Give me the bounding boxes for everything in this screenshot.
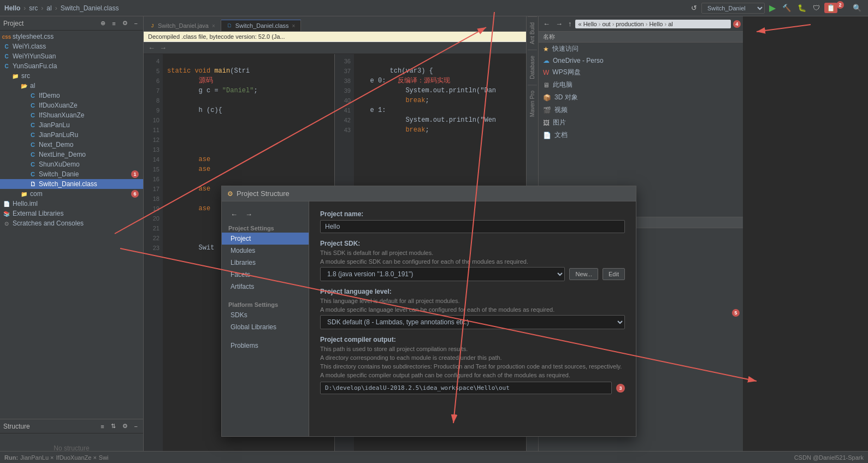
tree-item-switchdanie[interactable]: C Switch_Danie 1 [0,169,143,179]
nav-libraries[interactable]: Libraries [222,257,309,269]
structure-collapse-button[interactable]: ⇅ [109,422,118,431]
tree-item-scratches[interactable]: ⊙ Scratches and Consoles [0,218,143,228]
tree-item-switch-daniel-class[interactable]: 🗋 Switch_Daniel.class [0,179,143,189]
tree-item-src[interactable]: 📁 src [0,71,143,81]
status-bar: Run: JianPanLu × IfDuoXuanZe × Swi CSDN … [0,451,868,463]
debug-button[interactable]: 🐛 [795,3,808,13]
tree-item-al[interactable]: 📂 al [0,81,143,91]
nav-artifacts[interactable]: Artifacts [222,281,309,293]
tree-item-jianpanlu[interactable]: C JianPanLu [0,120,143,130]
qa-item-5[interactable]: 📦 3D 对象 [539,91,743,104]
locate-button[interactable]: ⊕ [98,19,108,28]
tree-item-ifdemo[interactable]: C IfDemo [0,91,143,100]
status-item-2[interactable]: IfDuoXuanZe × [56,454,97,461]
dialog-back-button[interactable]: ← [228,209,240,219]
run-button[interactable]: ▶ [767,2,778,14]
compiler-output-desc3: This directory contains two subdirectori… [320,363,625,370]
project-name-input[interactable] [320,220,625,233]
tree-item-ext-libs[interactable]: 📚 External Libraries [0,209,143,218]
build-button[interactable]: 🔨 [780,3,793,13]
lang-level-selector[interactable]: SDK default (8 - Lambdas, type annotatio… [320,315,625,329]
tab-class[interactable]: 🗋 Switch_Daniel.class × [221,20,302,31]
qa-item-1[interactable]: ★ 快速访问 [539,43,743,55]
nav-global-libs[interactable]: Global Libraries [222,321,309,333]
status-item-3[interactable]: Swi [99,454,109,461]
tree-item-shunxudemo[interactable]: C ShunXuDemo [0,159,143,169]
qa-item-8[interactable]: 📄 文档 [539,129,743,141]
java-tab-close[interactable]: × [212,23,215,29]
java-tab-label: Switch_Daniel.java [158,22,209,29]
structure-settings-button[interactable]: ⚙ [120,422,130,431]
tree-label: IfShuanXuanZe [39,111,84,119]
tree-item-weiyiyunsuan[interactable]: C WeiYiYunSuan [0,51,143,61]
dialog-forward-button[interactable]: → [243,209,255,219]
fb-back-button[interactable]: ← [541,19,552,29]
fb-up-button[interactable]: ↑ [566,19,574,29]
structure-minimize-button[interactable]: − [132,422,140,431]
title-bar-quick: 名称 [539,32,743,43]
qa-item-7[interactable]: 🖼 图片 [539,116,743,129]
nav-forward-button[interactable]: → [158,44,168,52]
tree-label: WeiYiYunSuan [13,52,56,60]
tree-item-nextlinedemo[interactable]: C NextLine_Demo [0,150,143,159]
tree-item-jianpanluru[interactable]: C JianPanLuRu [0,130,143,140]
minimize-button[interactable]: − [132,19,140,28]
nav-facets[interactable]: Facets [222,269,309,281]
nav-modules[interactable]: Modules [222,245,309,257]
nav-back-button[interactable]: ← [147,44,156,52]
collapse-button[interactable]: ≡ [110,19,117,28]
folder-icon: 📁 [11,72,20,80]
coverage-button[interactable]: 🛡 [811,3,822,13]
sdk-edit-button[interactable]: Edit [603,268,625,280]
tree-item-hello-iml[interactable]: 📄 Hello.iml [0,199,143,209]
tree-item-stylesheet[interactable]: css stylesheet.css [0,32,143,41]
tree-label: External Libraries [13,210,63,217]
highlighted-tool-button[interactable]: 📋 [824,3,837,13]
qa-item-2[interactable]: ☁ OneDrive - Perso [539,55,743,66]
qa-item-6[interactable]: 🎬 视频 [539,104,743,116]
database-tab[interactable]: Database [528,50,537,85]
tree-item-yunsuanfu[interactable]: C YunSuanFu.cla [0,61,143,71]
nav-sdks[interactable]: SDKs [222,309,309,321]
nav-problems[interactable]: Problems [222,340,309,352]
qa-item-3[interactable]: W WPS网盘 [539,66,743,79]
qa-label: WPS网盘 [552,68,580,77]
tab-java[interactable]: J Switch_Daniel.java × [144,20,221,31]
ant-build-tab[interactable]: Ant Build [528,16,537,50]
maven-tab[interactable]: Maven Pro [528,85,537,122]
project-lang-desc2: A module specific language level can be … [320,306,625,313]
tree-label: Scratches and Consoles [13,219,84,227]
badge-2: 2 [836,1,844,9]
tree-label: NextLine_Demo [39,151,86,158]
structure-title: Structure [3,423,30,430]
fb-forward-button[interactable]: → [553,19,565,29]
qa-item-4[interactable]: 🖥 此电脑 [539,79,743,91]
tree-item-weiyi[interactable]: C WeiYi.class [0,41,143,51]
settings-button[interactable]: ⚙ [120,19,130,28]
top-bar-right: ↺ Switch_Daniel ▶ 🔨 🐛 🛡 📋 2 🔍 [689,2,864,14]
structure-sort-button[interactable]: ≡ [98,422,106,431]
status-item-1[interactable]: JianPanLu × [20,454,54,461]
tree-item-ifshuanxuanze[interactable]: C IfShuanXuanZe [0,110,143,120]
project-tree: css stylesheet.css C WeiYi.class C WeiYi… [0,31,143,419]
nav-project[interactable]: Project [222,233,309,245]
breadcrumb-sep2: › [41,4,43,12]
sdk-selector[interactable]: 1.8 (java version "1.8.0_191") [320,267,565,281]
search-button[interactable]: 🔍 [851,3,864,13]
tree-label: ShunXuDemo [39,161,80,168]
tree-item-com[interactable]: 📁 com 6 [0,189,143,199]
structure-icons: ≡ ⇅ ⚙ − [98,422,140,431]
class-tab-close[interactable]: × [292,23,296,29]
tree-item-nextdemo[interactable]: C Next_Demo [0,140,143,150]
bc-src: src [29,4,38,12]
class-file-icon-selected: 🗋 [28,180,37,188]
class-icon: C [2,52,11,61]
output-path-input[interactable] [320,382,612,394]
tree-label: JianPanLu [39,121,70,129]
badge-1: 1 [131,170,139,178]
badge-3: 3 [616,384,625,393]
sdk-new-button[interactable]: New... [569,268,598,280]
tree-item-ifduoxuanze[interactable]: C IfDuoXuanZe [0,100,143,110]
refresh-button[interactable]: ↺ [689,3,699,13]
run-configuration-selector[interactable]: Switch_Daniel [701,3,765,14]
